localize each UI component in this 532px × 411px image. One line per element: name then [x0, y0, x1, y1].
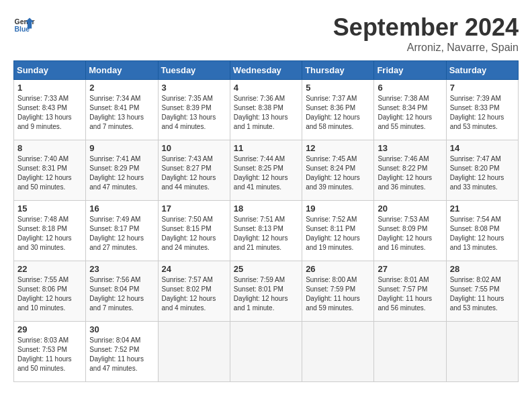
calendar-cell: 4Sunrise: 7:36 AM Sunset: 8:38 PM Daylig…: [230, 80, 302, 140]
day-number: 17: [162, 203, 226, 214]
day-number: 2: [89, 83, 154, 93]
day-number: 18: [234, 203, 298, 214]
day-info: Sunrise: 7:40 AM Sunset: 8:31 PM Dayligh…: [17, 154, 82, 192]
calendar-cell: 9Sunrise: 7:41 AM Sunset: 8:29 PM Daylig…: [86, 140, 158, 201]
logo: General Blue: [13, 13, 35, 35]
calendar-cell: 14Sunrise: 7:47 AM Sunset: 8:20 PM Dayli…: [446, 140, 518, 201]
day-info: Sunrise: 8:03 AM Sunset: 7:53 PM Dayligh…: [17, 336, 82, 373]
calendar-week-row: 8Sunrise: 7:40 AM Sunset: 8:31 PM Daylig…: [14, 140, 519, 201]
day-info: Sunrise: 8:01 AM Sunset: 7:57 PM Dayligh…: [378, 275, 442, 313]
day-number: 29: [17, 324, 82, 334]
day-info: Sunrise: 7:34 AM Sunset: 8:41 PM Dayligh…: [89, 94, 154, 132]
day-number: 1: [17, 83, 82, 93]
day-number: 14: [450, 143, 515, 153]
day-number: 12: [306, 143, 370, 153]
calendar-cell: 30Sunrise: 8:04 AM Sunset: 7:52 PM Dayli…: [86, 322, 158, 382]
calendar-cell: 29Sunrise: 8:03 AM Sunset: 7:53 PM Dayli…: [14, 322, 86, 382]
calendar-cell: [158, 322, 230, 382]
day-info: Sunrise: 7:48 AM Sunset: 8:18 PM Dayligh…: [17, 215, 82, 253]
calendar-cell: 27Sunrise: 8:01 AM Sunset: 7:57 PM Dayli…: [374, 261, 446, 322]
calendar-week-row: 15Sunrise: 7:48 AM Sunset: 8:18 PM Dayli…: [14, 201, 519, 261]
day-info: Sunrise: 7:49 AM Sunset: 8:17 PM Dayligh…: [89, 215, 154, 253]
calendar-cell: 6Sunrise: 7:38 AM Sunset: 8:34 PM Daylig…: [374, 80, 446, 140]
day-info: Sunrise: 8:02 AM Sunset: 7:55 PM Dayligh…: [450, 275, 515, 313]
calendar-week-row: 29Sunrise: 8:03 AM Sunset: 7:53 PM Dayli…: [14, 322, 519, 382]
day-info: Sunrise: 8:00 AM Sunset: 7:59 PM Dayligh…: [306, 275, 370, 313]
day-number: 9: [89, 143, 154, 153]
calendar-cell: 18Sunrise: 7:51 AM Sunset: 8:13 PM Dayli…: [230, 201, 302, 261]
day-number: 30: [89, 324, 154, 334]
day-number: 6: [378, 83, 442, 93]
calendar-cell: 8Sunrise: 7:40 AM Sunset: 8:31 PM Daylig…: [14, 140, 86, 201]
calendar-week-row: 1Sunrise: 7:33 AM Sunset: 8:43 PM Daylig…: [14, 80, 519, 140]
day-number: 27: [378, 264, 442, 274]
weekday-header-sunday: Sunday: [14, 61, 86, 80]
weekday-header-tuesday: Tuesday: [158, 61, 230, 80]
day-info: Sunrise: 7:44 AM Sunset: 8:25 PM Dayligh…: [234, 154, 298, 192]
calendar-cell: 23Sunrise: 7:56 AM Sunset: 8:04 PM Dayli…: [86, 261, 158, 322]
day-info: Sunrise: 7:59 AM Sunset: 8:01 PM Dayligh…: [234, 275, 298, 313]
calendar-week-row: 22Sunrise: 7:55 AM Sunset: 8:06 PM Dayli…: [14, 261, 519, 322]
day-number: 19: [306, 203, 370, 214]
weekday-header-saturday: Saturday: [446, 61, 518, 80]
day-number: 13: [378, 143, 442, 153]
month-title: September 2024: [333, 13, 519, 42]
day-info: Sunrise: 7:33 AM Sunset: 8:43 PM Dayligh…: [17, 94, 82, 132]
day-info: Sunrise: 7:57 AM Sunset: 8:02 PM Dayligh…: [162, 275, 226, 313]
calendar-cell: 13Sunrise: 7:46 AM Sunset: 8:22 PM Dayli…: [374, 140, 446, 201]
calendar-cell: 26Sunrise: 8:00 AM Sunset: 7:59 PM Dayli…: [302, 261, 374, 322]
day-info: Sunrise: 7:43 AM Sunset: 8:27 PM Dayligh…: [162, 154, 226, 192]
day-info: Sunrise: 7:53 AM Sunset: 8:09 PM Dayligh…: [378, 215, 442, 253]
weekday-header-wednesday: Wednesday: [230, 61, 302, 80]
day-number: 20: [378, 203, 442, 214]
day-number: 8: [17, 143, 82, 153]
title-section: September 2024 Arroniz, Navarre, Spain: [333, 13, 519, 54]
day-number: 24: [162, 264, 226, 274]
calendar-cell: [302, 322, 374, 382]
day-number: 26: [306, 264, 370, 274]
calendar-cell: 12Sunrise: 7:45 AM Sunset: 8:24 PM Dayli…: [302, 140, 374, 201]
calendar-cell: 21Sunrise: 7:54 AM Sunset: 8:08 PM Dayli…: [446, 201, 518, 261]
day-info: Sunrise: 7:55 AM Sunset: 8:06 PM Dayligh…: [17, 275, 82, 313]
day-info: Sunrise: 7:45 AM Sunset: 8:24 PM Dayligh…: [306, 154, 370, 192]
day-number: 7: [450, 83, 515, 93]
calendar-cell: 16Sunrise: 7:49 AM Sunset: 8:17 PM Dayli…: [86, 201, 158, 261]
day-info: Sunrise: 7:54 AM Sunset: 8:08 PM Dayligh…: [450, 215, 515, 253]
calendar-cell: 20Sunrise: 7:53 AM Sunset: 8:09 PM Dayli…: [374, 201, 446, 261]
calendar-cell: 3Sunrise: 7:35 AM Sunset: 8:39 PM Daylig…: [158, 80, 230, 140]
weekday-header-row: SundayMondayTuesdayWednesdayThursdayFrid…: [14, 61, 519, 80]
day-number: 16: [89, 203, 154, 214]
day-number: 21: [450, 203, 515, 214]
weekday-header-monday: Monday: [86, 61, 158, 80]
day-number: 10: [162, 143, 226, 153]
day-info: Sunrise: 7:47 AM Sunset: 8:20 PM Dayligh…: [450, 154, 515, 192]
day-info: Sunrise: 7:51 AM Sunset: 8:13 PM Dayligh…: [234, 215, 298, 253]
day-info: Sunrise: 7:38 AM Sunset: 8:34 PM Dayligh…: [378, 94, 442, 132]
day-info: Sunrise: 7:52 AM Sunset: 8:11 PM Dayligh…: [306, 215, 370, 253]
day-info: Sunrise: 7:50 AM Sunset: 8:15 PM Dayligh…: [162, 215, 226, 253]
day-info: Sunrise: 7:36 AM Sunset: 8:38 PM Dayligh…: [234, 94, 298, 132]
day-number: 3: [162, 83, 226, 93]
calendar-cell: 1Sunrise: 7:33 AM Sunset: 8:43 PM Daylig…: [14, 80, 86, 140]
calendar-cell: [230, 322, 302, 382]
calendar-cell: 7Sunrise: 7:39 AM Sunset: 8:33 PM Daylig…: [446, 80, 518, 140]
page-header: General Blue September 2024 Arroniz, Nav…: [13, 13, 519, 54]
calendar-cell: 28Sunrise: 8:02 AM Sunset: 7:55 PM Dayli…: [446, 261, 518, 322]
calendar-cell: 15Sunrise: 7:48 AM Sunset: 8:18 PM Dayli…: [14, 201, 86, 261]
calendar-cell: [446, 322, 518, 382]
day-info: Sunrise: 7:39 AM Sunset: 8:33 PM Dayligh…: [450, 94, 515, 132]
weekday-header-thursday: Thursday: [302, 61, 374, 80]
day-number: 28: [450, 264, 515, 274]
day-number: 22: [17, 264, 82, 274]
calendar-cell: 22Sunrise: 7:55 AM Sunset: 8:06 PM Dayli…: [14, 261, 86, 322]
calendar-cell: 17Sunrise: 7:50 AM Sunset: 8:15 PM Dayli…: [158, 201, 230, 261]
day-info: Sunrise: 7:41 AM Sunset: 8:29 PM Dayligh…: [89, 154, 154, 192]
day-info: Sunrise: 7:56 AM Sunset: 8:04 PM Dayligh…: [89, 275, 154, 313]
day-number: 25: [234, 264, 298, 274]
calendar-cell: 5Sunrise: 7:37 AM Sunset: 8:36 PM Daylig…: [302, 80, 374, 140]
day-number: 4: [234, 83, 298, 93]
calendar-cell: 11Sunrise: 7:44 AM Sunset: 8:25 PM Dayli…: [230, 140, 302, 201]
weekday-header-friday: Friday: [374, 61, 446, 80]
calendar-cell: 10Sunrise: 7:43 AM Sunset: 8:27 PM Dayli…: [158, 140, 230, 201]
calendar-cell: 19Sunrise: 7:52 AM Sunset: 8:11 PM Dayli…: [302, 201, 374, 261]
